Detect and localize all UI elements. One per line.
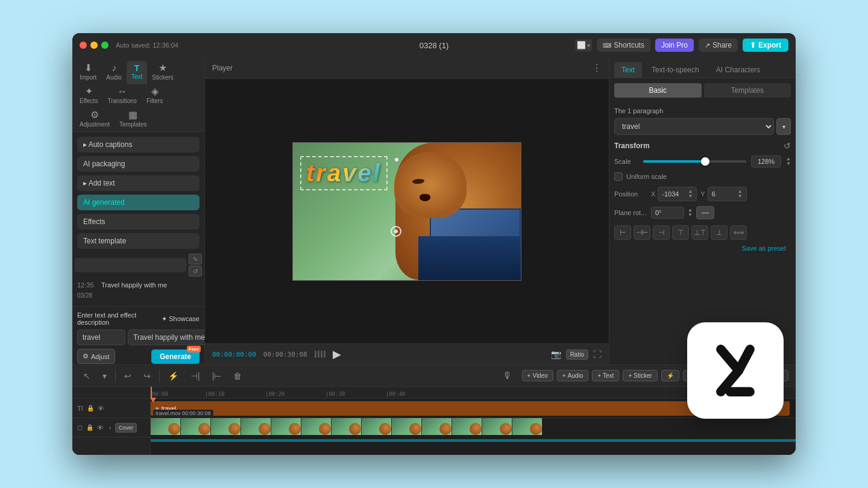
showcase-button[interactable]: ✦ Showcase [162, 315, 200, 323]
delete-btn[interactable]: 🗑 [230, 369, 245, 383]
playhead[interactable] [151, 387, 152, 398]
toolbar-stickers[interactable]: ★ Stickers [147, 61, 178, 84]
text-eye-icon[interactable]: 👁 [98, 405, 104, 412]
generate-label: Generate [160, 352, 191, 361]
tab-text[interactable]: Text [614, 62, 642, 78]
text-template-btn[interactable]: Text template [77, 233, 200, 249]
align-center-v-btn[interactable]: ⊥⊤ [691, 225, 708, 240]
shortcuts-button[interactable]: ⌨ Shortcuts [597, 39, 650, 52]
ruler-mark-30: |00:30 [326, 391, 345, 397]
edit-icon-btn[interactable]: ✎ [189, 254, 202, 264]
selection-handle[interactable] [394, 157, 399, 162]
align-bottom-btn[interactable]: ⊥ [711, 225, 728, 240]
trim-right-btn[interactable]: |⊢ [209, 369, 225, 383]
dropdown-arrow-icon[interactable]: ▾ [776, 118, 791, 135]
undo-button[interactable]: ↩ [121, 369, 135, 383]
adjust-label: Adjust [91, 353, 110, 360]
share-button[interactable]: ↗ Share [699, 39, 738, 52]
uniform-scale-checkbox[interactable] [614, 172, 623, 181]
monitor-icon[interactable]: ⬜ ▾ [575, 39, 592, 51]
generate-button[interactable]: Generate Free [151, 349, 200, 364]
subtab-basic[interactable]: Basic [614, 83, 702, 98]
plane-down-btn[interactable]: ▼ [688, 213, 693, 217]
total-time: 00:00:30:08 [263, 351, 307, 358]
toolbar-audio[interactable]: ♪ Audio [101, 61, 127, 84]
fullscreen-icon-btn[interactable]: ⛶ [593, 349, 602, 359]
align-top-btn[interactable]: ⊤ [672, 225, 689, 240]
tab-ai-characters[interactable]: AI Characters [709, 62, 767, 78]
maximize-button[interactable] [101, 42, 108, 49]
scale-slider[interactable] [643, 160, 746, 163]
player-label: Player [212, 64, 233, 72]
y-down-btn[interactable]: ▼ [738, 194, 743, 199]
video-lock-icon[interactable]: 🔒 [86, 424, 93, 431]
add-audio-btn[interactable]: +Audio [557, 370, 588, 381]
join-pro-button[interactable]: Join Pro [655, 39, 694, 52]
camera-icon-btn[interactable]: 📷 [551, 349, 561, 359]
ai-packaging-btn[interactable]: AI packaging [77, 156, 200, 172]
toolbar-effects[interactable]: ✦ Effects [75, 84, 102, 108]
text-lock-icon[interactable]: 🔒 [87, 405, 94, 411]
align-row: ⊢ ⊣⊢ ⊣ ⊤ ⊥⊤ ⊥ ⟺ [614, 225, 791, 240]
auto-captions-btn[interactable]: ▸ Auto captions [77, 137, 200, 152]
close-button[interactable] [80, 42, 87, 49]
save-preset-button[interactable]: Save as preset [614, 240, 791, 257]
add-text-btn2[interactable]: +Text [592, 370, 619, 381]
subtab-templates[interactable]: Templates [704, 83, 791, 98]
add-sticker-btn[interactable]: +Sticker [623, 370, 657, 381]
stickers-icon: ★ [159, 63, 167, 73]
scale-down-btn[interactable]: ▼ [786, 161, 791, 166]
text-track-label: TI 🔒 👁 [72, 399, 150, 418]
add-video-btn[interactable]: +Video [522, 370, 553, 381]
text-input-small[interactable] [77, 330, 125, 345]
split-btn[interactable]: ⚡ [165, 369, 182, 383]
play-button[interactable]: ▶ [333, 348, 341, 361]
minimize-button[interactable] [90, 42, 98, 49]
align-distribute-h-btn[interactable]: ⟺ [730, 225, 747, 240]
cover-button[interactable]: Cover [115, 423, 137, 433]
cursor-select-btn[interactable]: ↖ [80, 369, 94, 383]
transform-section-header: Transform ↺ [614, 141, 791, 151]
plane-rot-input[interactable] [651, 207, 684, 219]
toolbar-text[interactable]: T Text [127, 61, 147, 84]
transform-reset-button[interactable]: ↺ [784, 141, 791, 151]
player-viewport[interactable]: travel [205, 79, 609, 343]
adjust-button[interactable]: ⚙ Adjust [77, 349, 115, 364]
effects-panel-btn[interactable]: Effects [77, 214, 200, 230]
style-dropdown[interactable]: travel [614, 118, 774, 135]
x-down-btn[interactable]: ▼ [688, 194, 693, 199]
mic-button[interactable]: 🎙 [503, 371, 512, 381]
align-left-btn[interactable]: ⊢ [614, 225, 631, 240]
player-menu-button[interactable]: ⋮ [592, 62, 602, 74]
video-eye-icon[interactable]: 👁 [97, 424, 104, 431]
cursor-dropdown-btn[interactable]: ▾ [99, 369, 110, 383]
dog-head [394, 152, 467, 218]
tab-text-to-speech[interactable]: Text-to-speech [644, 62, 706, 78]
toolbar-filters[interactable]: ◈ Filters [142, 84, 168, 108]
toolbar-transitions[interactable]: ↔ Transitions [102, 84, 142, 108]
x-position-input[interactable]: -1034 ▲ ▼ [658, 187, 697, 201]
ai-input-label: Enter text and effect description [77, 311, 162, 326]
plane-rot-row: Plane rot... ▲ ▼ — [614, 206, 791, 219]
toolbar-templates[interactable]: ▦ Templates [115, 108, 152, 131]
transform-center-handle[interactable] [391, 226, 401, 237]
trim-left-btn[interactable]: ⊣| [187, 369, 204, 383]
style-dropdown-row: travel ▾ [614, 118, 791, 135]
plane-minus-btn[interactable]: — [696, 206, 714, 219]
showcase-label: Showcase [169, 315, 200, 322]
align-right-btn[interactable]: ⊣ [653, 225, 670, 240]
ratio-button[interactable]: Ratio [566, 349, 588, 360]
toolbar-import[interactable]: ⬇ Import [75, 61, 101, 84]
video-thumb-6 [301, 418, 332, 435]
scale-row: Scale 128% ▲ ▼ [614, 155, 791, 167]
toolbar-adjustment[interactable]: ⚙ Adjustment [75, 108, 115, 131]
ai-generated-btn[interactable]: AI generated [77, 195, 200, 210]
y-axis-label: Y [700, 190, 705, 198]
refresh-icon-btn[interactable]: ↺ [189, 266, 202, 277]
split-time-btn[interactable]: ⚡ [661, 370, 679, 381]
export-button[interactable]: ⬆ Export [743, 39, 788, 52]
add-text-btn[interactable]: ▸ Add text [77, 175, 200, 191]
y-position-input[interactable]: 6 ▲ ▼ [708, 187, 747, 201]
redo-button[interactable]: ↪ [140, 369, 154, 383]
align-center-h-btn[interactable]: ⊣⊢ [634, 225, 650, 240]
